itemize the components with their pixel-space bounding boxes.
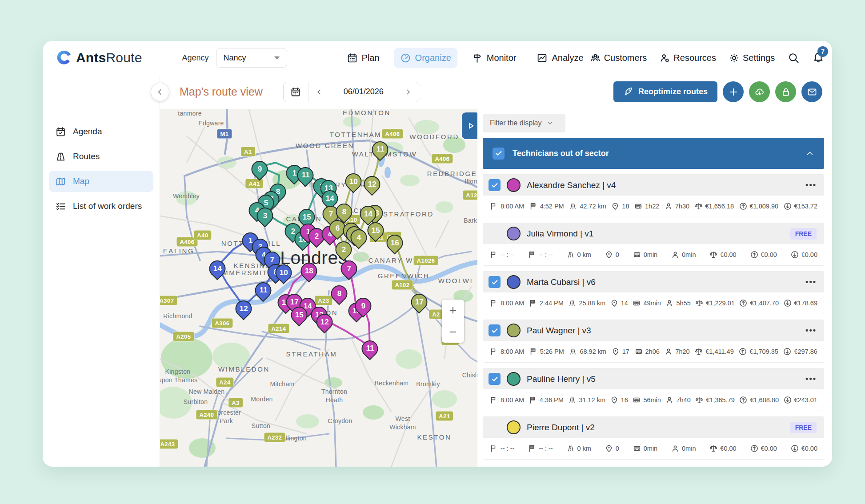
technician-checkbox[interactable] (489, 179, 501, 191)
nav-link-resources[interactable]: Resources (659, 52, 716, 64)
map-pin-olive-17[interactable]: 17 (411, 294, 428, 310)
sidebar-item-routes[interactable]: Routes (49, 146, 153, 167)
distance-icon (569, 202, 577, 211)
map-pin-olive-8[interactable]: 8 (336, 204, 352, 220)
map-place-label: EALING (163, 247, 195, 256)
technician-header[interactable]: Pierre Dupont | v2FREE (483, 417, 824, 438)
map-place-label: WIMBLEDON (218, 365, 270, 374)
map-pin-blue-12[interactable]: 12 (236, 300, 252, 317)
nav-link-settings[interactable]: Settings (729, 52, 775, 64)
stat-cost: €0.00 (709, 444, 736, 453)
row-menu-button[interactable]: ••• (805, 374, 817, 384)
calendar-icon (290, 87, 301, 97)
technician-header[interactable]: Julia Virmond | v1FREE (483, 223, 824, 244)
pin-number: 2 (341, 245, 345, 254)
revenue-up-icon (739, 396, 748, 404)
send-email-button[interactable] (801, 81, 822, 102)
pin-number: 6 (335, 224, 339, 232)
road-badge: A102 (392, 280, 412, 290)
road-badge: A307 (160, 296, 177, 305)
road-badge: A214 (268, 324, 289, 333)
tab-organize[interactable]: Organize (394, 48, 457, 68)
row-menu-button[interactable]: ••• (805, 277, 817, 287)
technician-checkbox[interactable] (489, 373, 501, 385)
map-pin-magenta-11[interactable]: 11 (362, 340, 378, 357)
nav-link-customers[interactable]: Customers (590, 52, 647, 64)
add-button[interactable] (723, 81, 744, 102)
pin-number: 17 (415, 297, 424, 306)
stat-value: 4:52 PM (540, 203, 564, 210)
map-pin-magenta-8[interactable]: 8 (331, 285, 348, 302)
stat-start-flag: 8:00 AM (489, 347, 524, 356)
technician-stats: 8:00 AM4:52 PM42.72 km181h227h30€1,656.1… (483, 196, 824, 217)
stat-revenue-up: €1,407.70 (739, 299, 779, 308)
map-pin-blue-11[interactable]: 11 (255, 282, 272, 299)
zoom-out-button[interactable] (442, 321, 464, 343)
map-pin-olive-16[interactable]: 16 (387, 235, 403, 251)
calendar-picker-button[interactable] (284, 82, 308, 102)
map-pin-blue-14[interactable]: 14 (209, 260, 226, 277)
notifications-button[interactable]: 7 (812, 51, 825, 65)
export-button[interactable] (749, 81, 770, 102)
tab-plan[interactable]: Plan (340, 48, 386, 68)
stat-value: -- : -- (501, 251, 514, 258)
filter-display-button[interactable]: Filter the display (483, 114, 565, 132)
sidebar-item-agenda[interactable]: Agenda (49, 121, 153, 142)
expand-map-button[interactable] (462, 112, 477, 139)
sidebar-item-list-of-work-orders[interactable]: List of work orders (49, 196, 153, 217)
map-pin-olive-12[interactable]: 12 (364, 176, 380, 192)
technician-checkbox[interactable] (489, 324, 501, 336)
previous-day-button[interactable] (308, 82, 330, 102)
gauge-icon (400, 52, 411, 64)
tab-analyze[interactable]: Analyze (530, 48, 589, 68)
stat-value: 2h06 (645, 348, 660, 355)
agency-select[interactable]: Nancy (216, 48, 287, 68)
map-pin-magenta-18[interactable]: 18 (301, 263, 317, 279)
technician-header[interactable]: Paul Wagner | v3••• (483, 320, 824, 341)
tab-monitor[interactable]: Monitor (465, 48, 523, 68)
select-all-checkbox[interactable] (493, 148, 505, 160)
map-pin-teal-9[interactable]: 9 (252, 161, 268, 177)
sidebar-item-map[interactable]: Map (49, 171, 153, 192)
map-pin-magenta-15[interactable]: 15 (291, 307, 308, 323)
map-pin-magenta-9[interactable]: 9 (355, 298, 372, 314)
map-pin-teal-11[interactable]: 11 (297, 167, 314, 184)
drive-time-icon (632, 299, 641, 308)
map-pin-olive-15[interactable]: 15 (368, 222, 384, 239)
pin-number: 11 (301, 171, 309, 180)
stat-value: -- : -- (539, 445, 553, 452)
collapse-panel-button[interactable] (805, 149, 814, 158)
drive-time-icon (633, 444, 641, 453)
technician-checkbox[interactable] (489, 276, 501, 288)
nav-tabs: PlanOrganizeMonitorAnalyze (340, 48, 590, 68)
lock-routes-button[interactable] (775, 81, 796, 102)
map-pin-olive-2[interactable]: 2 (336, 241, 352, 258)
map-pin-olive-10[interactable]: 10 (345, 173, 362, 190)
row-menu-button[interactable]: ••• (805, 326, 817, 335)
map-pin-olive-11[interactable]: 11 (372, 141, 388, 158)
zoom-in-button[interactable] (442, 300, 464, 321)
people-icon (590, 52, 601, 64)
map-pin-blue-10[interactable]: 10 (276, 264, 292, 281)
work-time-icon (664, 347, 673, 356)
map-pin-teal-3[interactable]: 3 (257, 208, 273, 224)
drive-time-icon (634, 202, 643, 211)
technician-header[interactable]: Pauline Henry | v5••• (483, 368, 824, 389)
date-value[interactable]: 06/01/2026 (330, 82, 397, 102)
map-canvas[interactable]: tanmoreEdgwareEDMONTONTOTTENHAMWOOD GREE… (160, 109, 477, 467)
map-pin-magenta-7[interactable]: 7 (341, 260, 357, 277)
reoptimize-routes-button[interactable]: Reoptimize routes (613, 81, 717, 102)
collapse-sidebar-button[interactable] (151, 83, 169, 101)
search-icon[interactable] (787, 52, 800, 64)
map-pin-magenta-12[interactable]: 12 (316, 314, 333, 330)
row-menu-button[interactable]: ••• (805, 180, 817, 190)
pin-number: 16 (391, 238, 399, 247)
technician-header[interactable]: Marta Cubarsi | v6••• (483, 272, 824, 292)
map-pin-olive-4[interactable]: 4 (351, 229, 367, 246)
tab-label: Organize (415, 53, 451, 63)
map-pin-olive-14[interactable]: 14 (360, 206, 376, 222)
stat-revenue-up: €1,709.35 (738, 347, 778, 356)
technician-header[interactable]: Alexandre Sanchez | v4••• (483, 175, 824, 196)
map-place-label: tanmore (178, 109, 201, 117)
next-day-button[interactable] (397, 82, 419, 102)
